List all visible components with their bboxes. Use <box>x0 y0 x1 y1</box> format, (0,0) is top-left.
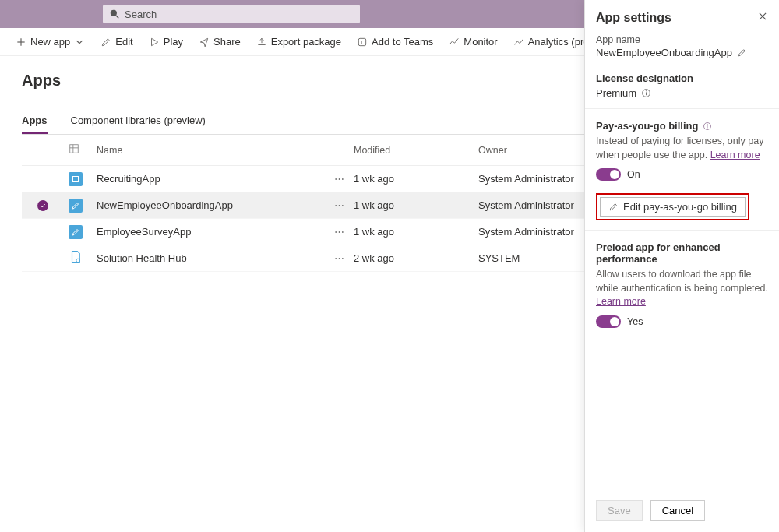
payg-heading: Pay-as-you-go billing <box>596 120 768 132</box>
analytics-icon <box>513 37 524 48</box>
more-icon[interactable]: ⋯ <box>334 226 344 238</box>
tab-apps[interactable]: Apps <box>22 108 48 134</box>
col-name[interactable]: Name <box>97 145 354 156</box>
add-to-teams-button[interactable]: T Add to Teams <box>351 33 439 51</box>
preload-desc: Allow users to download the app file whi… <box>596 268 768 309</box>
pencil-icon <box>100 37 111 48</box>
appname-label: App name <box>596 34 768 45</box>
app-icon <box>69 199 83 213</box>
toggle-switch-icon <box>596 168 621 181</box>
app-owner: System Administrator <box>478 226 587 238</box>
close-button[interactable] <box>757 11 768 24</box>
license-value: Premium <box>596 87 636 99</box>
selected-check-icon <box>37 200 48 211</box>
learn-more-link[interactable]: Learn more <box>710 150 760 160</box>
app-name: Solution Health Hub <box>97 252 187 264</box>
col-modified[interactable]: Modified <box>354 145 478 156</box>
app-name: RecruitingApp <box>97 173 160 185</box>
file-icon <box>69 250 97 266</box>
svg-marker-5 <box>151 38 157 45</box>
export-button[interactable]: Export package <box>250 33 347 51</box>
teams-icon: T <box>357 37 368 48</box>
share-button[interactable]: Share <box>192 33 247 51</box>
app-owner: System Administrator <box>478 199 587 211</box>
tab-component-libraries[interactable]: Component libraries (preview) <box>71 108 206 134</box>
list-view-icon[interactable] <box>69 143 79 154</box>
svg-rect-9 <box>70 145 79 153</box>
more-icon[interactable]: ⋯ <box>334 199 344 211</box>
svg-point-0 <box>111 10 116 16</box>
play-label: Play <box>164 36 183 48</box>
info-icon[interactable] <box>703 122 712 131</box>
app-modified: 1 wk ago <box>354 173 478 185</box>
export-icon <box>256 37 267 48</box>
monitor-button[interactable]: Monitor <box>442 33 503 51</box>
toggle-yes-label: Yes <box>627 316 643 327</box>
app-modified: 1 wk ago <box>354 199 478 211</box>
monitor-label: Monitor <box>464 36 497 48</box>
payg-heading-text: Pay-as-you-go billing <box>596 120 698 132</box>
app-modified: 2 wk ago <box>354 252 478 264</box>
share-label: Share <box>213 36 241 48</box>
toggle-on-label: On <box>627 169 640 180</box>
search-input[interactable]: Search <box>103 5 360 23</box>
col-owner[interactable]: Owner <box>478 145 587 156</box>
svg-point-18 <box>646 90 647 91</box>
edit-payg-label: Edit pay-as-you-go billing <box>623 201 737 213</box>
app-owner: SYSTEM <box>478 252 587 264</box>
panel-footer: Save Cancel <box>585 489 779 532</box>
svg-point-21 <box>707 124 708 125</box>
more-icon[interactable]: ⋯ <box>334 252 344 264</box>
cancel-button[interactable]: Cancel <box>650 500 705 521</box>
app-name: NewEmployeeOnboardingApp <box>97 199 233 211</box>
preload-heading: Preload app for enhanced performance <box>596 241 768 265</box>
pencil-icon <box>608 202 619 212</box>
svg-point-13 <box>76 259 80 262</box>
payg-toggle[interactable]: On <box>596 168 768 181</box>
edit-label: Edit <box>115 36 132 48</box>
share-icon <box>199 37 210 48</box>
toggle-switch-icon <box>596 315 621 328</box>
edit-button[interactable]: Edit <box>94 33 139 51</box>
svg-line-1 <box>116 16 119 19</box>
app-icon <box>69 172 83 186</box>
app-settings-panel: App settings App name NewEmployeeOnboard… <box>584 0 779 532</box>
appname-value: NewEmployeeOnboardingApp <box>596 47 732 58</box>
learn-more-link[interactable]: Learn more <box>596 296 646 307</box>
preload-toggle[interactable]: Yes <box>596 315 768 328</box>
app-icon <box>69 225 83 239</box>
export-label: Export package <box>271 36 341 48</box>
play-button[interactable]: Play <box>143 33 189 51</box>
panel-title: App settings <box>596 11 671 25</box>
svg-text:T: T <box>361 40 364 44</box>
svg-rect-12 <box>73 176 79 181</box>
monitor-icon <box>449 37 460 48</box>
close-icon <box>757 11 768 22</box>
preload-desc-text: Allow users to download the app file whi… <box>596 269 768 294</box>
add-to-teams-label: Add to Teams <box>372 36 433 48</box>
more-icon[interactable]: ⋯ <box>334 173 344 185</box>
edit-payg-highlight: Edit pay-as-you-go billing <box>596 193 749 220</box>
plus-icon <box>16 37 26 48</box>
app-modified: 1 wk ago <box>354 226 478 238</box>
app-name: EmployeeSurveyApp <box>97 226 191 238</box>
new-app-label: New app <box>30 36 70 48</box>
new-app-button[interactable]: New app <box>9 33 91 51</box>
edit-payg-button[interactable]: Edit pay-as-you-go billing <box>600 197 746 217</box>
search-icon <box>109 9 120 19</box>
chevron-down-icon <box>74 37 85 48</box>
license-heading: License designation <box>596 72 768 84</box>
play-icon <box>149 37 160 48</box>
info-icon[interactable] <box>641 88 651 98</box>
search-placeholder: Search <box>125 9 157 20</box>
save-button: Save <box>596 500 643 521</box>
app-owner: System Administrator <box>478 173 587 185</box>
payg-desc: Instead of paying for licenses, only pay… <box>596 135 768 162</box>
pencil-icon[interactable] <box>737 48 747 58</box>
